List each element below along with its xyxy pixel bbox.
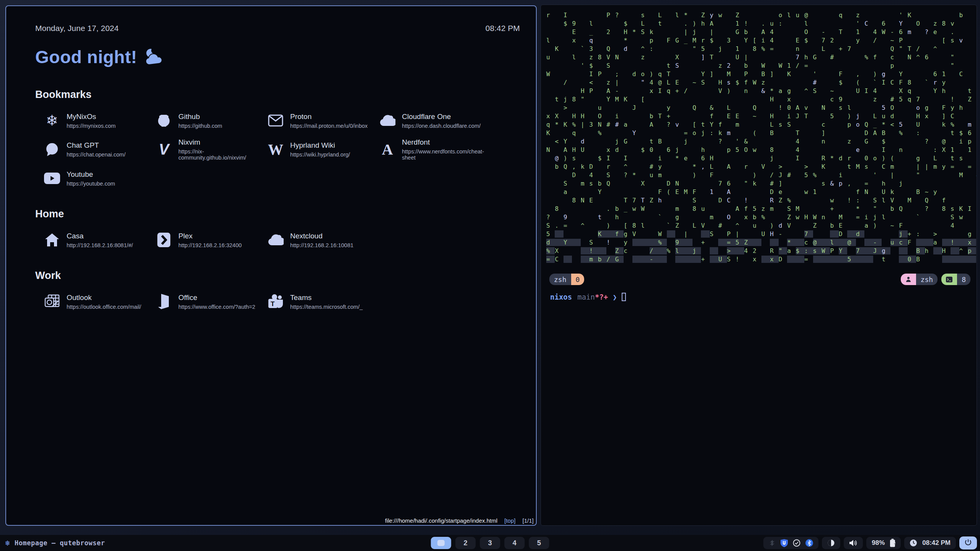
active-window-title: Homepage — qutebrowser xyxy=(15,539,105,547)
bookmark-github[interactable]: Githubhttps://github.com xyxy=(155,112,267,129)
bookmark-name: Youtube xyxy=(67,170,115,179)
bookmark-hyprland-wiki[interactable]: WHyprland Wikihttps://wiki.hyprland.org/ xyxy=(267,138,379,161)
tmux-session-module: 8 xyxy=(941,274,970,285)
text-cursor xyxy=(622,293,626,301)
bookmark-name: Nixvim xyxy=(178,138,267,147)
bookmark-outlook[interactable]: Outlookhttps://outlook.office.com/mail/ xyxy=(44,293,155,310)
svg-text:T: T xyxy=(271,300,275,308)
battery-charging-icon xyxy=(890,539,895,547)
taskbar: ❄ Homepage — qutebrowser 2345 xyxy=(0,535,980,551)
bookmark-url: https://youtube.com xyxy=(67,181,115,187)
date-text: Monday, June 17, 2024 xyxy=(35,24,119,33)
mail-envelope-icon xyxy=(267,112,284,129)
tmux-user-module: zsh xyxy=(901,274,938,285)
outlook-icon xyxy=(44,293,60,310)
section-bookmarks: Bookmarks❄MyNixOshttps://mynixos.comGith… xyxy=(35,89,520,187)
bookmark-url: https://www.nerdfonts.com/cheat-sheet xyxy=(402,148,491,161)
letter-w-icon: W xyxy=(267,141,284,158)
workspace-4[interactable]: 4 xyxy=(505,537,525,549)
moon-cloud-icon xyxy=(143,47,163,67)
power-button[interactable] xyxy=(959,536,977,549)
bitwarden-shield-icon[interactable] xyxy=(781,539,788,547)
power-icon xyxy=(965,539,972,547)
bookmark-name: Chat GPT xyxy=(67,141,126,150)
prompt-git-branch: main xyxy=(577,293,595,301)
taskbar-time: 08:42 PM xyxy=(922,539,951,547)
bookmark-youtube[interactable]: Youtubehttps://youtube.com xyxy=(44,170,155,187)
bookmark-url: https://teams.microsoft.com/_ xyxy=(290,304,363,310)
system-tray[interactable] xyxy=(763,537,818,549)
cloud-icon xyxy=(267,231,284,248)
terminal-window[interactable]: r I P ? s L l * Z y w Z o l u @ q z ' K … xyxy=(541,5,977,526)
workspace-3[interactable]: 3 xyxy=(480,537,500,549)
bookmark-nixvim[interactable]: VNixvimhttps://nix-community.github.io/n… xyxy=(155,138,267,161)
workspace-2[interactable]: 2 xyxy=(456,537,476,549)
page-clock: 08:42 PM xyxy=(485,24,520,33)
chat-bubble-icon xyxy=(44,141,60,158)
teams-icon: T xyxy=(267,293,284,310)
speaker-icon xyxy=(849,540,858,546)
office-icon xyxy=(155,293,172,310)
bookmark-name: Proton xyxy=(290,112,368,121)
bookmark-url: https://mail.proton.me/u/0/inbox xyxy=(290,123,368,129)
bookmark-url: https://one.dash.cloudflare.com/ xyxy=(402,123,481,129)
prompt-host: nixos xyxy=(550,293,572,301)
bookmark-url: https://chat.openai.com/ xyxy=(67,152,126,158)
taskbar-window-title[interactable]: ❄ Homepage — qutebrowser xyxy=(5,538,105,548)
user-icon xyxy=(901,274,916,285)
github-icon xyxy=(155,112,172,129)
workspace-5[interactable]: 5 xyxy=(529,537,549,549)
bookmark-chat-gpt[interactable]: Chat GPThttps://chat.openai.com/ xyxy=(44,138,155,161)
tmux-tab-zsh[interactable]: zsh 0 xyxy=(549,274,584,285)
youtube-play-icon xyxy=(44,170,60,187)
battery-percent: 98% xyxy=(872,539,885,547)
tmux-tab-name: zsh xyxy=(549,274,571,285)
bookmark-name: Github xyxy=(178,112,222,121)
volume-control[interactable] xyxy=(844,537,863,549)
bookmark-nerdfont[interactable]: ANerdfonthttps://www.nerdfonts.com/cheat… xyxy=(379,138,491,161)
statusbar-scroll-position: [top] xyxy=(504,517,515,524)
section-title: Work xyxy=(35,270,520,282)
bookmark-cloudflare-one[interactable]: Cloudflare Onehttps://one.dash.cloudflar… xyxy=(379,112,491,129)
kdeconnect-arrows-icon[interactable] xyxy=(769,540,776,546)
bookmark-name: Hyprland Wiki xyxy=(290,141,350,150)
bookmark-proton[interactable]: Protonhttps://mail.proton.me/u/0/inbox xyxy=(267,112,379,129)
bookmark-url: https://nix-community.github.io/nixvim/ xyxy=(178,148,267,161)
bookmark-nextcloud[interactable]: Nextcloudhttp://192.168.2.16:10081 xyxy=(267,231,379,248)
statusbar-url: file:///home/hadi/.config/startpage/inde… xyxy=(385,517,498,524)
section-work: WorkOutlookhttps://outlook.office.com/ma… xyxy=(35,270,520,310)
bookmark-office[interactable]: Officehttps://www.office.com/?auth=2 xyxy=(155,293,267,310)
check-circle-icon[interactable] xyxy=(793,539,800,547)
bluetooth-icon[interactable] xyxy=(805,539,813,547)
bookmark-mynixos[interactable]: ❄MyNixOshttps://mynixos.com xyxy=(44,112,155,129)
bookmark-url: https://outlook.office.com/mail/ xyxy=(67,304,141,310)
tmux-pane-count: 8 xyxy=(957,274,970,285)
home-icon xyxy=(44,231,60,248)
bookmark-name: Casa xyxy=(67,232,133,240)
night-light-toggle[interactable] xyxy=(822,537,840,549)
bookmark-casa[interactable]: Casahttp://192.168.2.16:8081/#/ xyxy=(44,231,155,248)
greeting-heading: Good night! xyxy=(35,47,137,67)
bookmark-name: Plex xyxy=(178,232,242,240)
tmux-statusbar: zsh 0 zsh 8 xyxy=(549,274,970,285)
startpage: Monday, June 17, 2024 08:42 PM Good nigh… xyxy=(6,6,536,525)
workspace-1-active[interactable] xyxy=(431,537,451,549)
statusbar-tab-index: [1/1] xyxy=(523,517,534,524)
clock-icon xyxy=(910,539,917,547)
nixos-snowflake-icon: ❄ xyxy=(44,112,60,129)
clock-module[interactable]: 08:42 PM xyxy=(904,537,956,549)
bookmark-url: http://192.168.2.16:8081/#/ xyxy=(67,242,133,248)
bookmark-url: https://wiki.hyprland.org/ xyxy=(290,152,350,158)
bookmark-url: https://www.office.com/?auth=2 xyxy=(178,304,255,310)
bookmark-url: http://192.168.2.16:32400 xyxy=(178,242,242,248)
bookmark-name: Nextcloud xyxy=(290,232,353,240)
plex-chevron-icon xyxy=(155,231,172,248)
bookmark-teams[interactable]: TTeamshttps://teams.microsoft.com/_ xyxy=(267,293,379,310)
shell-prompt[interactable]: nixos main *?+ ❯ xyxy=(550,293,626,301)
battery-status[interactable]: 98% xyxy=(866,537,901,549)
bookmark-plex[interactable]: Plexhttp://192.168.2.16:32400 xyxy=(155,231,267,248)
bookmark-name: Teams xyxy=(290,293,363,302)
tmux-user-label: zsh xyxy=(916,274,938,285)
terminal-icon xyxy=(941,274,957,285)
bookmark-name: Outlook xyxy=(67,293,141,302)
